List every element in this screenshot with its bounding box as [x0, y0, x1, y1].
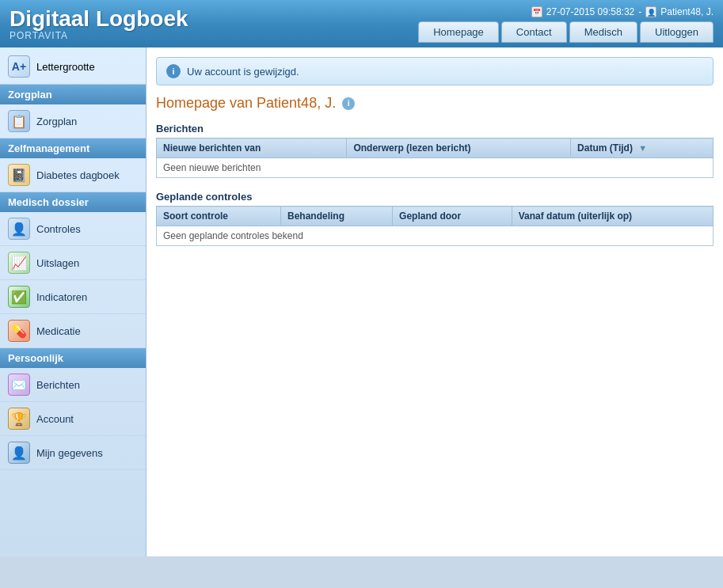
geplande-table: Soort controle Behandeling Gepland door …: [156, 206, 713, 246]
body-layout: A+ Lettergrootte Zorgplan 📋 Zorgplan Zel…: [0, 47, 723, 556]
notification-text: Uw account is gewijzigd.: [187, 66, 299, 78]
sidebar-label-diabetes: Diabetes dagboek: [36, 169, 120, 181]
berichten-section-title: Berichten: [156, 123, 713, 135]
sidebar-item-indicatoren[interactable]: ✅ Indicatoren: [0, 280, 146, 314]
geplande-header-row: Soort controle Behandeling Gepland door …: [157, 207, 713, 226]
sidebar-label-mijngegevens: Mijn gegevens: [36, 447, 103, 459]
sidebar: A+ Lettergrootte Zorgplan 📋 Zorgplan Zel…: [0, 47, 147, 556]
sidebar-label-berichten: Berichten: [36, 379, 80, 391]
col-vanaf: Vanaf datum (uiterlijk op): [512, 207, 713, 226]
controles-icon: 👤: [8, 218, 30, 240]
geplande-empty-text: Geen geplande controles bekend: [157, 226, 713, 246]
col-behandeling: Behandeling: [280, 207, 392, 226]
col-soort: Soort controle: [157, 207, 281, 226]
sidebar-item-diabetes[interactable]: 📓 Diabetes dagboek: [0, 158, 146, 192]
sidebar-section-persoonlijk: Persoonlijk: [0, 348, 146, 368]
header-info: 📅 27-07-2015 09:58:32 - 👤 Patient48, J.: [531, 6, 713, 17]
separator: -: [638, 6, 641, 17]
sidebar-item-account[interactable]: 🏆 Account: [0, 402, 146, 436]
col-datum: Datum (Tijd) ▼: [571, 138, 713, 158]
nav-buttons: Homepage Contact Medisch Uitloggen: [418, 21, 713, 43]
col-nieuwe-berichten: Nieuwe berichten van: [157, 138, 347, 158]
user-icon: 👤: [645, 6, 656, 17]
geplande-empty-row: Geen geplande controles bekend: [157, 226, 713, 246]
info-circle-icon: i: [166, 64, 181, 78]
sidebar-item-uitslagen[interactable]: 📈 Uitslagen: [0, 246, 146, 280]
app-title: Digitaal Logboek: [10, 6, 188, 32]
sidebar-item-medicatie[interactable]: 💊 Medicatie: [0, 314, 146, 348]
homepage-button[interactable]: Homepage: [418, 21, 499, 43]
header: Digitaal Logboek PORTAVITA 📅 27-07-2015 …: [0, 0, 723, 47]
username-display: Patient48, J.: [660, 6, 713, 17]
header-right: 📅 27-07-2015 09:58:32 - 👤 Patient48, J. …: [418, 6, 713, 43]
sidebar-section-medisch: Medisch dossier: [0, 192, 146, 212]
col-gepland: Gepland door: [393, 207, 512, 226]
calendar-icon: 📅: [531, 6, 542, 17]
sidebar-label-zorgplan: Zorgplan: [36, 116, 77, 127]
col-onderwerp: Onderwerp (lezen bericht): [347, 138, 571, 158]
berichten-header-row: Nieuwe berichten van Onderwerp (lezen be…: [157, 138, 713, 158]
main-content: i Uw account is gewijzigd. Homepage van …: [147, 47, 723, 556]
account-icon: 🏆: [8, 408, 30, 430]
mijngegevens-icon: 👤: [8, 442, 30, 464]
sidebar-label-controles: Controles: [36, 223, 81, 235]
logo: Digitaal Logboek PORTAVITA: [10, 6, 188, 41]
app-subtitle: PORTAVITA: [10, 30, 188, 41]
sidebar-label-indicatoren: Indicatoren: [36, 291, 87, 303]
sidebar-section-zorgplan: Zorgplan: [0, 85, 146, 104]
page-info-icon[interactable]: i: [342, 97, 355, 110]
page-title: Homepage van Patient48, J. i: [156, 95, 713, 112]
sidebar-label-medicatie: Medicatie: [36, 325, 81, 337]
sort-icon[interactable]: ▼: [638, 143, 647, 153]
uitslagen-icon: 📈: [8, 252, 30, 274]
notification-bar: i Uw account is gewijzigd.: [156, 57, 713, 85]
berichten-table: Nieuwe berichten van Onderwerp (lezen be…: [156, 138, 713, 178]
sidebar-item-berichten[interactable]: ✉️ Berichten: [0, 368, 146, 402]
uitloggen-button[interactable]: Uitloggen: [640, 21, 713, 43]
zorgplan-icon: 📋: [8, 110, 30, 132]
berichten-icon: ✉️: [8, 374, 30, 396]
sidebar-section-zelfmanagement: Zelfmanagement: [0, 138, 146, 158]
font-size-icon: A+: [8, 55, 30, 78]
sidebar-item-zorgplan[interactable]: 📋 Zorgplan: [0, 104, 146, 138]
font-size-control[interactable]: A+ Lettergrootte: [0, 47, 146, 85]
geplande-section-title: Geplande controles: [156, 191, 713, 203]
diabetes-icon: 📓: [8, 164, 30, 186]
contact-button[interactable]: Contact: [501, 21, 567, 43]
datetime-display: 27-07-2015 09:58:32: [546, 6, 634, 17]
medisch-button[interactable]: Medisch: [569, 21, 637, 43]
page-title-text: Homepage van Patient48, J.: [156, 95, 336, 112]
indicatoren-icon: ✅: [8, 286, 30, 308]
font-size-label: Lettergrootte: [36, 61, 95, 73]
main-inner: i Uw account is gewijzigd. Homepage van …: [156, 57, 713, 246]
berichten-empty-text: Geen nieuwe berichten: [157, 158, 713, 178]
berichten-empty-row: Geen nieuwe berichten: [157, 158, 713, 178]
sidebar-item-mijngegevens[interactable]: 👤 Mijn gegevens: [0, 436, 146, 470]
sidebar-label-uitslagen: Uitslagen: [36, 257, 79, 269]
medicatie-icon: 💊: [8, 320, 30, 342]
sidebar-item-controles[interactable]: 👤 Controles: [0, 212, 146, 246]
sidebar-label-account: Account: [36, 413, 74, 425]
